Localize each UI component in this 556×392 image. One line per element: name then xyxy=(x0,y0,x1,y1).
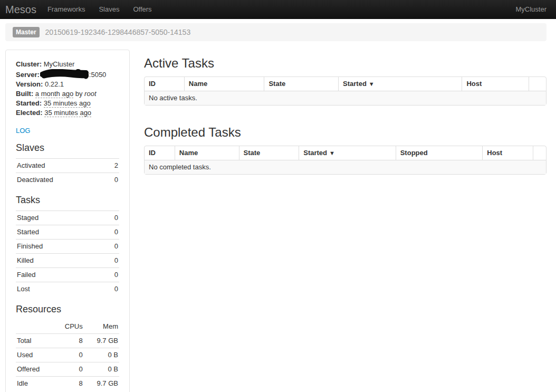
resources-used-mem: 0 B xyxy=(84,348,119,362)
sidebar-panel: Cluster: MyCluster Server: :5050 Version… xyxy=(5,50,130,392)
resources-offered-mem: 0 B xyxy=(84,362,119,377)
completed-col-started-label: Started xyxy=(303,149,327,157)
brand-link-mesos[interactable]: Mesos xyxy=(0,0,41,19)
tasks-killed-value: 0 xyxy=(101,254,119,268)
built-info-line: Built: a month ago by root xyxy=(16,89,119,99)
tasks-killed-label: Killed xyxy=(16,254,101,268)
resources-used-label: Used xyxy=(16,348,53,362)
resources-total-cpus: 8 xyxy=(53,334,83,348)
sort-desc-icon: ▼ xyxy=(329,150,335,156)
tasks-started-value: 0 xyxy=(101,225,119,240)
tasks-table: Staged 0 Started 0 Finished 0 Killed 0 F… xyxy=(16,211,119,296)
nav-item-frameworks[interactable]: Frameworks xyxy=(41,0,92,19)
cluster-value: MyCluster xyxy=(44,60,75,68)
slaves-activated-label: Activated xyxy=(16,159,106,173)
tasks-staged-value: 0 xyxy=(101,211,119,225)
active-tasks-empty-text: No active tasks. xyxy=(145,91,546,105)
sort-desc-icon: ▼ xyxy=(369,81,375,87)
slaves-table: Activated 2 Deactivated 0 xyxy=(16,158,119,187)
resources-col-blank xyxy=(16,320,53,334)
log-link[interactable]: LOG xyxy=(16,127,30,135)
active-tasks-title: Active Tasks xyxy=(144,56,547,71)
active-col-name[interactable]: Name xyxy=(184,77,264,91)
completed-col-state[interactable]: State xyxy=(239,146,299,160)
active-col-host[interactable]: Host xyxy=(462,77,529,91)
resources-idle-label: Idle xyxy=(16,377,53,391)
resources-table: CPUs Mem Total 8 9.7 GB Used 0 0 B Offer… xyxy=(16,320,119,390)
active-col-actions xyxy=(529,77,546,91)
tasks-lost-value: 0 xyxy=(101,282,119,297)
version-value: 0.22.1 xyxy=(45,80,64,88)
table-row: Staged 0 xyxy=(16,211,119,225)
server-label: Server: xyxy=(16,71,40,79)
resources-col-mem: Mem xyxy=(84,320,119,334)
nav-item-offers[interactable]: Offers xyxy=(126,0,158,19)
server-port: :5050 xyxy=(89,71,107,79)
resources-used-cpus: 0 xyxy=(53,348,83,362)
built-by: by xyxy=(75,90,83,98)
table-header-row: ID Name State Started▼ Host xyxy=(145,77,546,91)
table-row: Used 0 0 B xyxy=(16,348,119,362)
server-info-line: Server: :5050 xyxy=(16,69,119,80)
slaves-deactivated-label: Deactivated xyxy=(16,173,106,187)
active-tasks-table: ID Name State Started▼ Host No active ta… xyxy=(144,77,547,106)
table-row: Idle 8 9.7 GB xyxy=(16,377,119,391)
master-badge: Master xyxy=(13,27,40,37)
completed-tasks-table: ID Name State Started▼ Stopped Host No c… xyxy=(144,146,547,175)
empty-state-row: No active tasks. xyxy=(145,91,546,105)
resources-offered-label: Offered xyxy=(16,362,53,377)
completed-col-stopped[interactable]: Stopped xyxy=(396,146,483,160)
empty-state-row: No completed tasks. xyxy=(145,160,546,174)
table-row: Finished 0 xyxy=(16,240,119,254)
resources-idle-mem: 9.7 GB xyxy=(84,377,119,391)
tasks-finished-label: Finished xyxy=(16,240,101,254)
completed-tasks-empty-text: No completed tasks. xyxy=(145,160,546,174)
table-row: Failed 0 xyxy=(16,268,119,282)
tasks-failed-value: 0 xyxy=(101,268,119,282)
active-col-started[interactable]: Started▼ xyxy=(338,77,462,91)
elected-info-line: Elected: 35 minutes ago xyxy=(16,108,119,118)
started-label: Started: xyxy=(16,99,42,107)
slaves-deactivated-value: 0 xyxy=(106,173,119,187)
resources-total-label: Total xyxy=(16,334,53,348)
elected-value: 35 minutes ago xyxy=(44,109,91,117)
active-col-state[interactable]: State xyxy=(264,77,338,91)
completed-col-actions xyxy=(533,146,546,160)
table-row: Deactivated 0 xyxy=(16,173,119,187)
active-col-id[interactable]: ID xyxy=(145,77,184,91)
resources-idle-cpus: 8 xyxy=(53,377,83,391)
started-value: 35 minutes ago xyxy=(44,99,91,108)
slaves-activated-value: 2 xyxy=(106,159,119,173)
completed-col-host[interactable]: Host xyxy=(482,146,533,160)
nav-item-slaves[interactable]: Slaves xyxy=(92,0,126,19)
resources-section-title: Resources xyxy=(16,303,119,315)
breadcrumb: Master 20150619-192346-1298446857-5050-1… xyxy=(5,23,547,41)
table-header-row: ID Name State Started▼ Stopped Host xyxy=(145,146,546,160)
server-address-redaction xyxy=(40,69,89,79)
resources-total-mem: 9.7 GB xyxy=(84,334,119,348)
table-row: Offered 0 0 B xyxy=(16,362,119,377)
elected-label: Elected: xyxy=(16,109,43,117)
resources-offered-cpus: 0 xyxy=(53,362,83,377)
tasks-failed-label: Failed xyxy=(16,268,101,282)
master-id: 20150619-192346-1298446857-5050-14153 xyxy=(45,28,191,36)
built-value: a month ago xyxy=(35,90,73,98)
table-row: Activated 2 xyxy=(16,159,119,173)
tasks-section-title: Tasks xyxy=(16,194,119,206)
tasks-staged-label: Staged xyxy=(16,211,101,225)
completed-col-id[interactable]: ID xyxy=(145,146,175,160)
cluster-label: Cluster: xyxy=(16,60,42,68)
navbar: Mesos Frameworks Slaves Offers MyCluster xyxy=(0,0,556,19)
table-row: CPUs Mem xyxy=(16,320,119,334)
completed-col-name[interactable]: Name xyxy=(175,146,239,160)
version-label: Version: xyxy=(16,80,43,88)
navbar-cluster-name: MyCluster xyxy=(515,0,547,19)
tasks-started-label: Started xyxy=(16,225,101,240)
resources-col-cpus: CPUs xyxy=(53,320,83,334)
slaves-section-title: Slaves xyxy=(16,142,119,154)
cluster-info-line: Cluster: MyCluster xyxy=(16,60,119,69)
table-row: Killed 0 xyxy=(16,254,119,268)
completed-col-started[interactable]: Started▼ xyxy=(299,146,395,160)
table-row: Total 8 9.7 GB xyxy=(16,334,119,348)
built-label: Built: xyxy=(16,90,33,98)
